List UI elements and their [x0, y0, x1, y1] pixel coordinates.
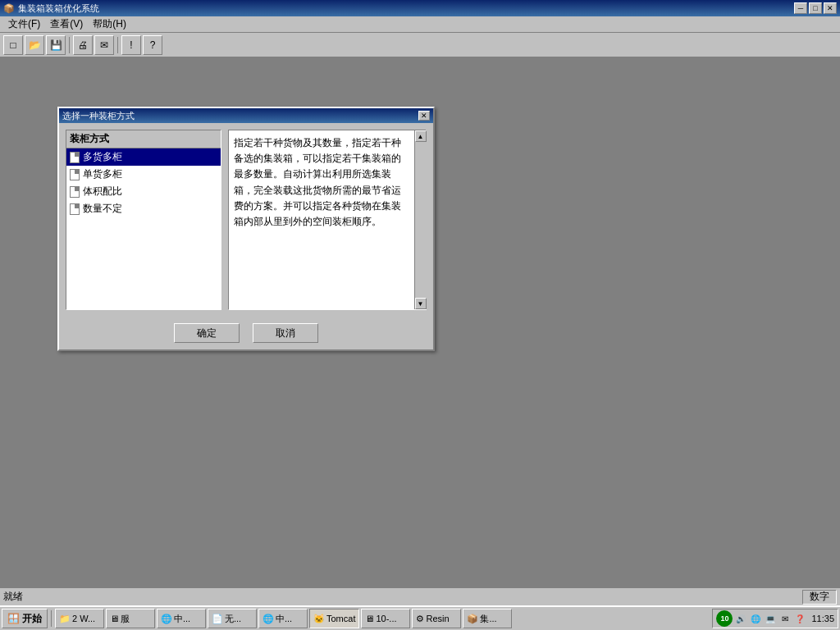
toolbar-separator-2 — [117, 37, 118, 53]
taskbar-label-4: 中... — [276, 613, 292, 625]
menu-help[interactable]: 帮助(H) — [88, 16, 131, 33]
taskbar-btn-2[interactable]: 🌐 中... — [157, 609, 206, 628]
list-item-label-3: 体积配比 — [83, 185, 122, 199]
start-label: 开始 — [22, 612, 42, 626]
maximize-button[interactable]: □ — [809, 2, 822, 14]
status-bar: 就绪 数字 — [0, 587, 840, 605]
taskbar-btn-resin[interactable]: ⚙ Resin — [412, 609, 461, 628]
list-item-single-goods-multi-cabinet[interactable]: 单货多柜 — [66, 166, 221, 183]
taskbar-btn-3[interactable]: 📄 无... — [208, 609, 257, 628]
list-header: 装柜方式 — [66, 130, 221, 148]
start-icon: 🪟 — [7, 613, 20, 624]
taskbar-label-1: 服 — [121, 613, 130, 625]
main-area: 选择一种装柜方式 ✕ 装柜方式 多货多柜 单货多柜 — [0, 57, 840, 605]
taskbar-icon-2: 🌐 — [161, 614, 172, 624]
menu-view[interactable]: 查看(V) — [45, 16, 88, 33]
dialog-buttons: 确定 取消 — [59, 317, 433, 349]
taskbar-separator — [51, 610, 52, 627]
taskbar-icon-3: 📄 — [212, 614, 223, 624]
doc-icon-4 — [70, 203, 80, 215]
taskbar-btn-4[interactable]: 🌐 中... — [258, 609, 308, 628]
list-panel: 装柜方式 多货多柜 单货多柜 体积配比 — [66, 130, 221, 310]
doc-icon-1 — [70, 152, 80, 163]
toolbar-open[interactable]: 📂 — [25, 35, 44, 55]
menu-bar: 文件(F) 查看(V) 帮助(H) — [0, 16, 840, 33]
taskbar-label-resin: Resin — [426, 614, 449, 623]
description-panel: 指定若干种货物及其数量，指定若干种备选的集装箱，可以指定若干集装箱的最多数量。自… — [228, 130, 427, 310]
title-bar: 📦 集装箱装箱优化系统 ─ □ ✕ — [0, 0, 840, 16]
status-num: 数字 — [802, 590, 837, 605]
tray-time: 11:35 — [808, 614, 834, 623]
taskbar-icon-0: 📁 — [59, 614, 71, 624]
dialog-close-button[interactable]: ✕ — [418, 111, 430, 121]
taskbar-btn-0[interactable]: 📁 2 W... — [55, 609, 104, 628]
taskbar-icon-resin: ⚙ — [416, 614, 424, 624]
menu-file[interactable]: 文件(F) — [3, 16, 45, 33]
dialog-select-mode: 选择一种装柜方式 ✕ 装柜方式 多货多柜 单货多柜 — [57, 107, 435, 351]
start-button[interactable]: 🪟 开始 — [2, 609, 48, 628]
toolbar-separator-1 — [69, 37, 70, 53]
doc-icon-3 — [70, 186, 80, 198]
scroll-track — [415, 142, 427, 298]
taskbar-label-app: 集... — [480, 613, 496, 625]
confirm-button[interactable]: 确定 — [174, 323, 240, 343]
taskbar-icon-5: 🖥 — [365, 614, 374, 623]
taskbar-label-3: 无... — [225, 613, 241, 625]
title-bar-buttons: ─ □ ✕ — [794, 2, 837, 14]
taskbar-label-2: 中... — [174, 613, 190, 625]
taskbar-label-tomcat: Tomcat — [326, 614, 355, 623]
list-item-label-1: 多货多柜 — [83, 150, 122, 164]
toolbar-mail[interactable]: ✉ — [94, 35, 114, 55]
taskbar-btn-tomcat[interactable]: 🐱 Tomcat — [309, 609, 359, 628]
dialog-title-text: 选择一种装柜方式 — [62, 110, 418, 122]
taskbar-icon-app: 📦 — [467, 614, 478, 624]
close-button[interactable]: ✕ — [824, 2, 837, 14]
cancel-button[interactable]: 取消 — [253, 323, 318, 343]
list-item-label-4: 数量不定 — [83, 202, 122, 216]
taskbar-btn-app[interactable]: 📦 集... — [463, 609, 512, 628]
tray-icon-sound[interactable]: 🔊 — [734, 612, 747, 625]
minimize-button[interactable]: ─ — [794, 2, 807, 14]
list-item-quantity-undefined[interactable]: 数量不定 — [66, 200, 221, 217]
list-item-multi-goods-multi-cabinet[interactable]: 多货多柜 — [66, 148, 221, 166]
scroll-down-button[interactable]: ▼ — [415, 298, 427, 309]
toolbar-help[interactable]: ? — [143, 35, 162, 55]
tray-icon-mail[interactable]: ✉ — [778, 612, 792, 625]
taskbar-icon-1: 🖥 — [110, 614, 119, 623]
taskbar-tray: 10 🔊 🌐 💻 ✉ ❓ 11:35 — [712, 609, 838, 628]
list-items: 多货多柜 单货多柜 体积配比 数量不定 — [66, 148, 221, 217]
status-text: 就绪 — [3, 590, 802, 604]
toolbar-exclaim[interactable]: ! — [121, 35, 141, 55]
taskbar-btn-1[interactable]: 🖥 服 — [106, 609, 155, 628]
taskbar-label-5: 10-... — [376, 614, 396, 623]
list-item-volume-ratio[interactable]: 体积配比 — [66, 183, 221, 200]
scroll-up-button[interactable]: ▲ — [415, 130, 427, 142]
taskbar-btn-5[interactable]: 🖥 10-... — [361, 609, 410, 628]
tray-icon-network[interactable]: 🌐 — [749, 612, 762, 625]
app-icon: 📦 — [3, 2, 15, 14]
toolbar-save[interactable]: 💾 — [46, 35, 66, 55]
toolbar: □ 📂 💾 🖨 ✉ ! ? — [0, 33, 840, 57]
tray-icon-help[interactable]: ❓ — [793, 612, 806, 625]
tray-circle: 10 — [716, 610, 733, 627]
taskbar-icon-tomcat: 🐱 — [313, 614, 325, 624]
taskbar-label-0: 2 W... — [72, 614, 95, 623]
list-item-label-2: 单货多柜 — [83, 167, 122, 181]
dialog-title-bar: 选择一种装柜方式 ✕ — [59, 108, 433, 123]
doc-icon-2 — [70, 169, 80, 180]
description-scrollbar: ▲ ▼ — [414, 130, 426, 309]
app-title: 集装箱装箱优化系统 — [18, 2, 794, 15]
taskbar-icon-4: 🌐 — [262, 614, 274, 624]
toolbar-print[interactable]: 🖨 — [73, 35, 93, 55]
dialog-content: 装柜方式 多货多柜 单货多柜 体积配比 — [59, 123, 433, 317]
tray-icon-monitor[interactable]: 💻 — [764, 612, 777, 625]
toolbar-new[interactable]: □ — [3, 35, 23, 55]
description-text: 指定若干种货物及其数量，指定若干种备选的集装箱，可以指定若干集装箱的最多数量。自… — [229, 130, 426, 235]
taskbar: 🪟 开始 📁 2 W... 🖥 服 🌐 中... 📄 无... 🌐 中... 🐱… — [0, 605, 840, 630]
